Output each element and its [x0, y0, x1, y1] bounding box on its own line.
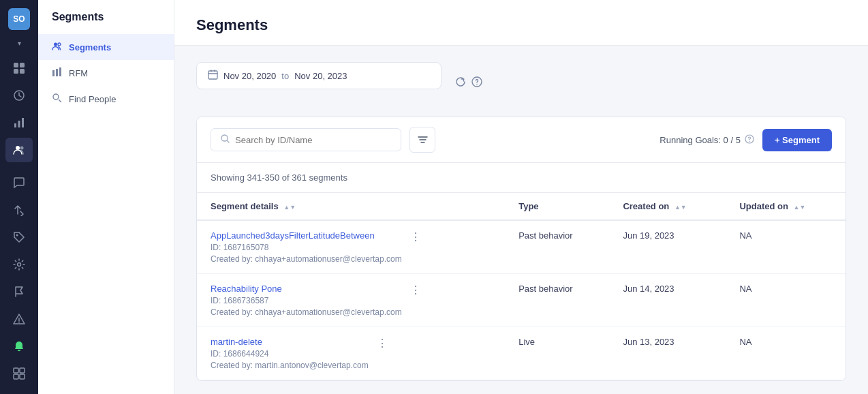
date-range-actions	[455, 76, 482, 89]
svg-rect-12	[14, 368, 18, 373]
svg-point-24	[476, 84, 478, 85]
sidebar-item-rfm[interactable]: RFM	[38, 60, 174, 86]
segment-created-by-2: Created by: martin.antonov@clevertap.com	[211, 361, 369, 370]
sidebar-item-rfm-label: RFM	[69, 68, 88, 78]
chevron-down-icon[interactable]: ▾	[14, 38, 24, 48]
cell-type-1: Past behavior	[505, 274, 609, 327]
date-start: Nov 20, 2020	[223, 71, 276, 81]
svg-rect-19	[56, 69, 58, 76]
main-content-area: Segments Nov 20, 2020 to Nov 20, 2023	[174, 0, 868, 394]
nav-icon-dashboard[interactable]	[5, 56, 33, 80]
svg-point-11	[18, 263, 21, 267]
running-goals-help-icon[interactable]	[745, 134, 754, 146]
sort-icon-segment-details[interactable]: ▲▼	[283, 204, 296, 211]
cell-type-0: Past behavior	[505, 220, 609, 274]
table-row: Reachability Pone ID: 1686736587 Created…	[197, 274, 846, 327]
sort-icon-created-on[interactable]: ▲▼	[675, 204, 687, 211]
sidebar: Segments Segments RFM Find People	[38, 0, 174, 394]
date-end: Nov 20, 2023	[294, 71, 347, 81]
find-people-icon	[52, 93, 62, 105]
svg-rect-5	[14, 123, 16, 127]
svg-rect-22	[208, 71, 217, 79]
cell-updated-on-1: NA	[726, 274, 846, 327]
table-row: AppLaunched3daysFilterLatitudeBetween ID…	[197, 220, 846, 274]
svg-point-17	[58, 43, 61, 46]
svg-point-27	[749, 140, 749, 141]
segment-name-link-2[interactable]: martin-delete	[211, 337, 369, 347]
nav-icon-settings[interactable]	[5, 252, 33, 277]
nav-icon-flag[interactable]	[5, 279, 33, 304]
segment-id-1: ID: 1686736587	[211, 296, 402, 305]
cell-segment-details-1: Reachability Pone ID: 1686736587 Created…	[197, 274, 505, 327]
main-header: Segments	[174, 0, 868, 46]
sidebar-item-segments[interactable]: Segments	[38, 34, 174, 60]
svg-rect-15	[20, 374, 25, 379]
add-segment-button[interactable]: + Segment	[762, 129, 832, 151]
running-goals-info: Running Goals: 0 / 5	[660, 134, 754, 146]
table-row: martin-delete ID: 1686644924 Created by:…	[197, 327, 846, 380]
segments-table: Segment details ▲▼ Type Created on ▲▼ Up…	[197, 193, 846, 380]
segments-table-container: Running Goals: 0 / 5 + Segment Showing 3…	[196, 117, 846, 381]
nav-icon-tag[interactable]	[5, 225, 33, 249]
segment-name-link-0[interactable]: AppLaunched3daysFilterLatitudeBetween	[211, 230, 402, 241]
segment-created-by-1: Created by: chhaya+automationuser@clever…	[211, 307, 402, 317]
main-content: Nov 20, 2020 to Nov 20, 2023	[174, 46, 868, 394]
svg-rect-0	[14, 63, 18, 67]
nav-icon-arrows[interactable]	[5, 198, 33, 222]
cell-updated-on-2: NA	[726, 327, 846, 380]
sidebar-item-segments-label: Segments	[69, 42, 111, 52]
showing-text: Showing 341-350 of 361 segments	[197, 163, 846, 193]
cell-created-on-1: Jun 14, 2023	[609, 274, 726, 327]
col-updated-on: Updated on ▲▼	[726, 193, 846, 220]
nav-icon-warning[interactable]	[5, 307, 33, 331]
cell-updated-on-0: NA	[726, 220, 846, 274]
search-input[interactable]	[235, 135, 391, 145]
search-icon	[221, 134, 230, 145]
page-title: Segments	[196, 16, 846, 34]
segment-created-by-0: Created by: chhaya+automationuser@clever…	[211, 254, 402, 264]
help-icon[interactable]	[471, 76, 482, 89]
svg-point-9	[20, 147, 24, 150]
svg-rect-20	[59, 67, 61, 76]
avatar[interactable]: SO	[8, 8, 30, 30]
nav-icon-connect[interactable]	[5, 83, 33, 108]
date-range-bar[interactable]: Nov 20, 2020 to Nov 20, 2023	[196, 62, 441, 89]
svg-rect-6	[18, 121, 20, 127]
nav-icon-people[interactable]	[5, 138, 33, 162]
svg-rect-1	[20, 63, 25, 67]
nav-icon-chart[interactable]	[5, 110, 33, 135]
rfm-icon	[52, 67, 62, 79]
segments-icon	[52, 41, 62, 53]
svg-rect-2	[14, 69, 18, 74]
svg-rect-18	[52, 70, 55, 76]
svg-point-10	[16, 234, 18, 237]
nav-icon-grid[interactable]	[5, 361, 33, 386]
svg-rect-7	[22, 118, 24, 127]
svg-rect-3	[20, 69, 25, 74]
nav-icon-comment[interactable]	[5, 170, 33, 195]
svg-point-21	[53, 94, 59, 100]
refresh-icon[interactable]	[455, 76, 466, 89]
running-goals-label: Running Goals: 0 / 5	[660, 135, 741, 145]
filter-button[interactable]	[409, 127, 435, 153]
svg-rect-13	[20, 368, 25, 373]
cell-segment-details-0: AppLaunched3daysFilterLatitudeBetween ID…	[197, 220, 505, 274]
svg-point-8	[16, 146, 20, 150]
icon-bar: SO ▾	[0, 0, 38, 394]
segment-id-2: ID: 1686644924	[211, 349, 369, 359]
col-created-on: Created on ▲▼	[609, 193, 726, 220]
row-menu-2[interactable]: ⋮	[374, 337, 390, 350]
nav-icon-bell[interactable]	[5, 334, 33, 359]
row-menu-1[interactable]: ⋮	[407, 284, 424, 297]
sidebar-item-find-people[interactable]: Find People	[38, 86, 174, 112]
sidebar-title: Segments	[38, 11, 174, 34]
row-menu-0[interactable]: ⋮	[407, 230, 424, 243]
sort-icon-updated-on[interactable]: ▲▼	[794, 204, 806, 211]
col-segment-details: Segment details ▲▼	[197, 193, 505, 220]
cell-segment-details-2: martin-delete ID: 1686644924 Created by:…	[197, 327, 505, 380]
segment-name-link-1[interactable]: Reachability Pone	[211, 284, 402, 294]
calendar-icon	[208, 70, 218, 82]
col-type: Type	[505, 193, 609, 220]
search-box[interactable]	[211, 128, 401, 151]
cell-created-on-2: Jun 13, 2023	[609, 327, 726, 380]
